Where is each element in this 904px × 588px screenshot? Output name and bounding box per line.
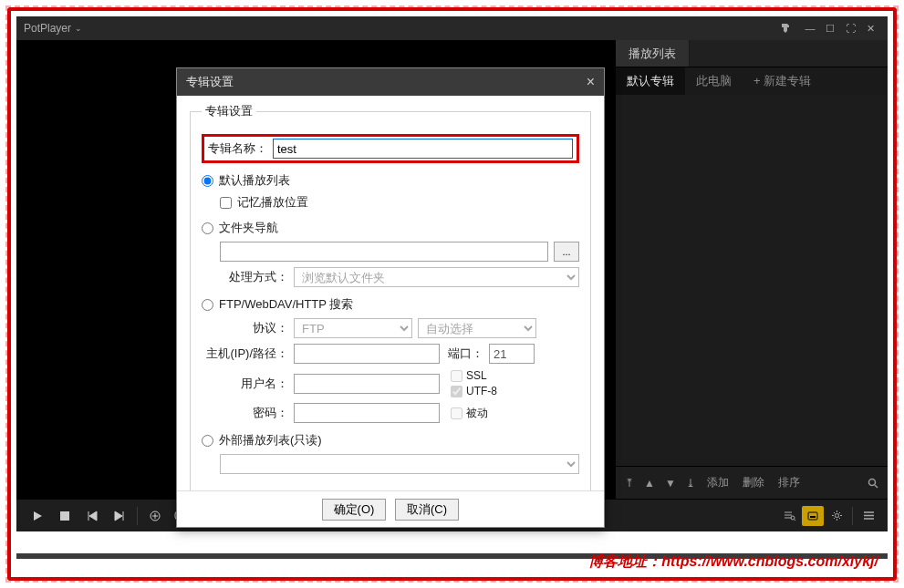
cb-ssl-label: SSL (466, 369, 487, 382)
radio-default-label: 默认播放列表 (219, 172, 290, 189)
playlist-panel: 播放列表 默认专辑 此电脑 + 新建专辑 ⤒ ▲ ▼ ⤓ 添加 删除 排序 (616, 40, 888, 499)
cb-utf8-label: UTF-8 (466, 385, 497, 397)
move-top-icon[interactable]: ⤒ (621, 474, 638, 492)
external-playlist-select[interactable] (220, 454, 579, 474)
ok-button[interactable]: 确定(O) (322, 499, 386, 521)
app-name[interactable]: PotPlayer ⌄ (24, 22, 82, 35)
settings-icon[interactable] (826, 506, 847, 526)
album-name-label: 专辑名称： (208, 140, 267, 157)
port-input[interactable] (489, 344, 535, 364)
radio-external-label: 外部播放列表(只读) (219, 432, 322, 449)
radio-external[interactable]: 外部播放列表(只读) (202, 432, 579, 449)
radio-ftp-label: FTP/WebDAV/HTTP 搜索 (219, 296, 353, 313)
dialog-titlebar: 专辑设置 × (177, 68, 604, 96)
radio-default-input[interactable] (202, 175, 213, 187)
pass-label: 密码： (202, 405, 288, 421)
app-name-label: PotPlayer (24, 22, 71, 35)
proto-label: 协议： (202, 320, 288, 336)
svg-rect-7 (810, 516, 816, 518)
close-button[interactable]: ✕ (860, 23, 880, 35)
fullscreen-button[interactable]: ⛶ (840, 23, 860, 34)
cb-ssl-input[interactable] (451, 370, 462, 382)
album-settings-dialog: 专辑设置 × 专辑设置 专辑名称： 默认播放列表 (176, 67, 605, 528)
next-button[interactable] (106, 504, 133, 528)
maximize-button[interactable]: ☐ (820, 23, 840, 35)
playlist-toggle-icon[interactable] (857, 506, 879, 526)
dialog-title: 专辑设置 (186, 74, 234, 90)
cb-utf8-input[interactable] (451, 386, 462, 397)
subtab-default-album[interactable]: 默认专辑 (616, 67, 685, 95)
radio-ftp[interactable]: FTP/WebDAV/HTTP 搜索 (202, 296, 579, 313)
cb-passive-label: 被动 (466, 406, 488, 421)
sort-button[interactable]: 排序 (773, 472, 805, 493)
process-label: 处理方式： (202, 269, 288, 285)
cancel-button[interactable]: 取消(C) (395, 499, 459, 521)
playlist-content (616, 95, 888, 466)
chevron-down-icon: ⌄ (75, 24, 82, 33)
blog-footer: 博客地址：https://www.cnblogs.com/xiykj/ (588, 552, 878, 572)
encoding-select[interactable]: 自动选择 (418, 318, 536, 338)
svg-line-1 (875, 485, 878, 488)
radio-default-playlist[interactable]: 默认播放列表 (202, 172, 579, 189)
cb-passive[interactable]: 被动 (451, 406, 488, 421)
album-settings-fieldset: 专辑设置 专辑名称： 默认播放列表 记忆播放位置 (190, 103, 591, 490)
radio-folder-input[interactable] (202, 222, 213, 234)
move-down-icon[interactable]: ▼ (661, 474, 680, 492)
svg-point-8 (835, 514, 838, 518)
open-file-button[interactable] (141, 504, 169, 528)
subtab-this-pc[interactable]: 此电脑 (685, 67, 743, 95)
radio-ftp-input[interactable] (202, 299, 213, 311)
stop-button[interactable] (51, 504, 78, 528)
search-playlist-icon[interactable] (864, 475, 882, 491)
radio-external-input[interactable] (202, 435, 213, 447)
potplayer-window: PotPlayer ⌄ — ☐ ⛶ ✕ 专辑设置 × 专辑设置 (16, 16, 888, 531)
play-button[interactable] (24, 504, 51, 528)
process-select[interactable]: 浏览默认文件夹 (294, 267, 579, 287)
add-button[interactable]: 添加 (701, 472, 734, 493)
minimize-button[interactable]: — (800, 23, 820, 34)
svg-rect-2 (60, 511, 69, 521)
fieldset-legend: 专辑设置 (202, 103, 256, 119)
user-label: 用户名： (202, 376, 288, 392)
move-bottom-icon[interactable]: ⤓ (682, 474, 699, 492)
radio-folder-label: 文件夹导航 (219, 220, 278, 236)
move-up-icon[interactable]: ▲ (640, 474, 659, 492)
blog-link[interactable]: https://www.cnblogs.com/xiykj/ (661, 553, 878, 569)
album-name-input[interactable] (273, 139, 573, 159)
subtitle-icon[interactable] (802, 506, 824, 526)
subtab-new-album[interactable]: + 新建专辑 (743, 67, 822, 95)
cb-utf8[interactable]: UTF-8 (451, 385, 497, 397)
cb-passive-input[interactable] (451, 407, 462, 419)
cb-ssl[interactable]: SSL (451, 369, 497, 382)
svg-point-0 (869, 479, 876, 485)
delete-button[interactable]: 删除 (737, 472, 770, 493)
protocol-select[interactable]: FTP (294, 318, 412, 338)
cb-remember-label: 记忆播放位置 (237, 194, 308, 211)
prev-button[interactable] (78, 504, 106, 528)
titlebar: PotPlayer ⌄ — ☐ ⛶ ✕ (16, 16, 888, 40)
port-label: 端口： (445, 346, 483, 362)
tab-playlist[interactable]: 播放列表 (616, 40, 690, 67)
host-input[interactable] (294, 344, 440, 364)
username-input[interactable] (294, 374, 440, 394)
blog-label: 博客地址： (588, 553, 661, 569)
folder-path-input[interactable] (220, 242, 548, 262)
browse-folder-button[interactable]: ... (554, 242, 579, 262)
search-icon[interactable] (778, 506, 800, 526)
password-input[interactable] (294, 403, 440, 423)
svg-line-5 (794, 520, 795, 521)
radio-folder-nav[interactable]: 文件夹导航 (202, 220, 579, 236)
video-area: 专辑设置 × 专辑设置 专辑名称： 默认播放列表 (16, 40, 616, 499)
host-label: 主机(IP)/路径： (202, 346, 288, 362)
pin-icon[interactable] (780, 23, 800, 34)
cb-remember-position[interactable] (220, 197, 232, 209)
dialog-close-icon[interactable]: × (587, 74, 595, 90)
